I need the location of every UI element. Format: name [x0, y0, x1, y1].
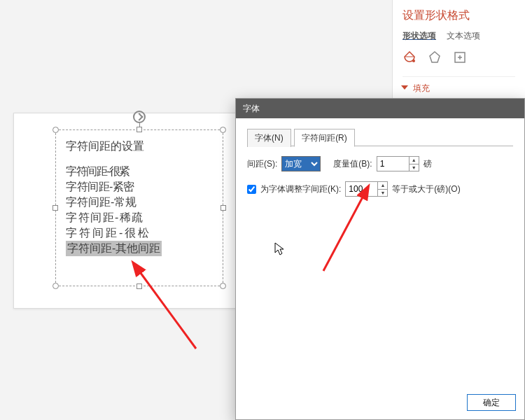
svg-point-0	[412, 59, 415, 62]
kerning-spin-buttons: ▲ ▼	[377, 181, 388, 197]
format-pane-title: 设置形状格式	[402, 8, 515, 23]
ok-button[interactable]: 确定	[467, 394, 516, 411]
kerning-checkbox[interactable]	[247, 185, 256, 194]
resize-handle-mr[interactable]	[220, 205, 226, 211]
dialog-buttons: 确定	[467, 394, 516, 411]
sample-line-other: 字符间距-其他间距	[66, 241, 162, 256]
resize-handle-ml[interactable]	[52, 205, 58, 211]
expand-triangle-icon	[401, 85, 408, 90]
textbox-content[interactable]: 字符间距的设置 字符间距-很紧 字符间距-紧密 字符间距-常规 字符间距-稀疏 …	[56, 130, 223, 265]
spacing-select[interactable]: 加宽	[281, 156, 321, 172]
fill-section[interactable]: 填充	[402, 76, 515, 94]
measure-spin-up[interactable]: ▲	[410, 157, 419, 164]
sample-line-very-tight: 字符间距-很紧	[66, 164, 213, 179]
selected-textbox[interactable]: 字符间距的设置 字符间距-很紧 字符间距-紧密 字符间距-常规 字符间距-稀疏 …	[55, 130, 223, 286]
resize-handle-mt[interactable]	[136, 127, 142, 132]
resize-handle-tr[interactable]	[220, 127, 226, 133]
tab-font[interactable]: 字体(N)	[247, 129, 291, 147]
sample-line-loose: 字符间距-很松	[66, 225, 213, 241]
size-icon[interactable]	[453, 50, 467, 66]
svg-marker-1	[430, 52, 440, 62]
textbox-title: 字符间距的设置	[66, 139, 213, 154]
sample-line-tight: 字符间距-紧密	[66, 179, 213, 195]
fill-icon[interactable]	[402, 50, 416, 66]
measure-spinner: ▲ ▼	[377, 156, 419, 172]
tab-text-options[interactable]: 文本选项	[447, 31, 480, 41]
effects-icon[interactable]	[428, 50, 442, 66]
kerning-suffix: 等于或大于(磅)(O)	[392, 183, 460, 195]
sample-line-sparse: 字符间距-稀疏	[66, 210, 213, 225]
format-category-icons	[402, 50, 515, 66]
kerning-spinner: ▲ ▼	[345, 181, 388, 197]
resize-handle-bl[interactable]	[52, 283, 59, 289]
measure-spin-down[interactable]: ▼	[410, 164, 419, 172]
sample-line-normal: 字符间距-常规	[66, 195, 213, 210]
dialog-body: 字体(N) 字符间距(R) 间距(S): 加宽 度量值(B): ▲ ▼ 磅 为字…	[236, 118, 524, 419]
kerning-spin-down[interactable]: ▼	[378, 190, 387, 197]
dialog-tabs: 字体(N) 字符间距(R)	[247, 128, 513, 146]
tab-char-spacing[interactable]: 字符间距(R)	[294, 129, 355, 147]
rotate-handle-icon[interactable]	[133, 111, 146, 123]
measure-label: 度量值(B):	[333, 158, 372, 170]
dialog-title: 字体	[243, 104, 260, 113]
kerning-spin-up[interactable]: ▲	[378, 182, 387, 190]
kerning-label: 为字体调整字间距(K):	[260, 183, 341, 195]
measure-input[interactable]	[377, 156, 409, 172]
fill-section-label: 填充	[413, 83, 430, 93]
tab-shape-options[interactable]: 形状选项	[402, 31, 436, 41]
kerning-input[interactable]	[345, 181, 377, 197]
resize-handle-mb[interactable]	[136, 284, 142, 289]
measure-unit: 磅	[424, 158, 432, 170]
spacing-row: 间距(S): 加宽 度量值(B): ▲ ▼ 磅	[247, 156, 513, 172]
format-pane-tabs: 形状选项 文本选项	[402, 30, 515, 42]
dialog-titlebar[interactable]: 字体	[236, 99, 524, 118]
resize-handle-br[interactable]	[220, 283, 226, 289]
font-dialog: 字体 字体(N) 字符间距(R) 间距(S): 加宽 度量值(B): ▲ ▼ 磅	[235, 98, 525, 420]
measure-spin-buttons: ▲ ▼	[409, 156, 419, 172]
spacing-label: 间距(S):	[247, 158, 277, 170]
kerning-row: 为字体调整字间距(K): ▲ ▼ 等于或大于(磅)(O)	[247, 181, 513, 197]
resize-handle-tl[interactable]	[52, 127, 59, 133]
